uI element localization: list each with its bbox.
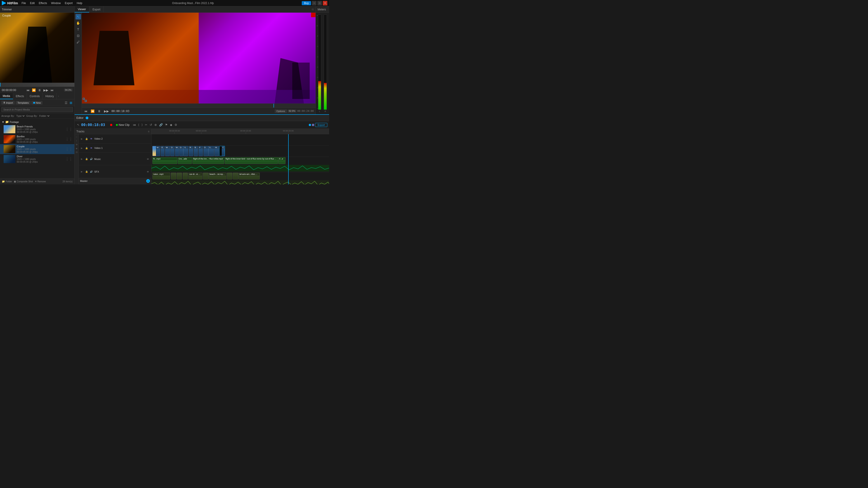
editor-link[interactable]: 🔗 — [158, 123, 163, 127]
viewer-corner-tool[interactable] — [83, 98, 87, 103]
list-item[interactable]: Beach Friends 1920 × 1080 pixels 00:00:0… — [0, 124, 74, 134]
trimmer-playbar[interactable] — [0, 83, 74, 87]
record-button[interactable] — [110, 124, 112, 126]
tab-controls[interactable]: Controls — [27, 93, 43, 99]
new-clip-button[interactable]: New Clip — [114, 123, 131, 127]
sfx-speaker-icon[interactable]: 🔊 — [89, 170, 93, 174]
clip-r2[interactable]: R...2 — [189, 146, 193, 156]
music-lock-icon[interactable]: 🔒 — [85, 157, 89, 161]
music-clip-3[interactable]: flight-of-the-inn...~flux Artlist.mp3 — [192, 157, 224, 164]
maximize-button[interactable]: □ — [317, 1, 322, 5]
music-clip-1[interactable]: fli...mp3 — [152, 157, 177, 164]
clip-d1[interactable]: D...1 — [179, 146, 184, 156]
text-tool[interactable]: T — [75, 27, 81, 32]
side-tool-2[interactable]: ↕ — [75, 139, 78, 142]
viewer-options-button[interactable]: Options — [275, 109, 287, 113]
tracks-menu-icon[interactable]: ≡ — [148, 130, 149, 133]
clip-d2[interactable]: D...2 — [170, 146, 175, 156]
video2-eye-icon[interactable]: 👁 — [89, 137, 93, 141]
couple-options[interactable]: ⋮⋮ — [65, 147, 72, 151]
timeline-ruler[interactable]: 00:00:05:00 00:00:10:00 00:00:15:00 00:0… — [151, 129, 329, 134]
trimmer-step-back[interactable]: ⏪ — [31, 88, 36, 92]
editor-snap[interactable]: ⊕ — [154, 123, 158, 127]
bonfire-options[interactable]: ⋮⋮ — [65, 137, 72, 141]
clip-woming[interactable]: Wom...ing — [152, 146, 160, 156]
sfx-clip-7[interactable]: beach-...ist.mp3.ade — [209, 173, 226, 180]
folder-footage[interactable]: ▼ 📁 Footage — [0, 120, 74, 124]
side-tool-3[interactable]: ⊕ — [75, 143, 78, 146]
sfx-mute-btn[interactable]: M — [146, 170, 150, 174]
trimmer-goto-end[interactable]: ⏭ — [50, 88, 55, 92]
editor-flag[interactable]: ⚑ — [164, 123, 168, 127]
arrange-by-select[interactable]: Type — [16, 114, 25, 118]
tab-media[interactable]: Media — [0, 93, 13, 99]
paint-tool[interactable]: 🖊 — [75, 39, 81, 45]
list-item[interactable]: Bonfire 1920 × 1080 pixels 00:00:05:00 @… — [0, 134, 74, 144]
viewer-goto-start[interactable]: ⏮ — [84, 109, 88, 113]
menu-file[interactable]: File — [20, 1, 28, 5]
clip-bs[interactable]: B...s — [194, 146, 198, 156]
viewer-play-pause[interactable]: ⏸ — [97, 109, 101, 113]
sfx-clip-9[interactable] — [233, 173, 238, 180]
sfx-lock-icon[interactable]: 🔒 — [85, 170, 89, 174]
music-clip-4[interactable]: flight-of-the-inner-bird---out-of-flux-r… — [225, 157, 278, 164]
crop-tool[interactable]: ⊡ — [75, 33, 81, 38]
list-item[interactable]: Couple 1920 × 1080 pixels 00:00:05:00 @ … — [0, 144, 74, 154]
clip-sd[interactable]: S...d — [183, 146, 188, 156]
trimmer-play[interactable]: ⏸ — [37, 88, 42, 92]
sfx-clip-5[interactable]: car-dr...st.mp3 — [188, 173, 203, 180]
composite-shot-tag[interactable]: ▣ Composite Shot — [14, 180, 33, 183]
search-input[interactable] — [1, 107, 73, 112]
sfx-clip-2[interactable] — [171, 173, 176, 180]
video1-expand[interactable]: ▶ — [80, 147, 84, 149]
clip-wo2[interactable]: Wo...2 — [165, 146, 170, 156]
trimmer-quality-badge[interactable]: 94.3% — [64, 89, 72, 92]
clip-couple[interactable]: Couple — [219, 146, 225, 156]
editor-settings[interactable]: ⚙ — [174, 123, 178, 127]
tab-effects[interactable]: Effects — [13, 93, 27, 99]
music-expand[interactable]: ▶ — [80, 158, 84, 160]
viewer-step-forward[interactable]: ▶▶ — [103, 109, 110, 113]
remove-tag[interactable]: ✕ Remove — [35, 180, 46, 183]
menu-help[interactable]: Help — [75, 1, 84, 5]
tab-viewer[interactable]: Viewer — [74, 6, 89, 12]
editor-splice[interactable]: ✂ — [144, 123, 148, 127]
music-clip-5[interactable]: F...e — [278, 157, 285, 164]
clip-w1[interactable]: W...1 — [175, 146, 179, 156]
clip-me[interactable]: M...e — [214, 146, 219, 156]
side-tool-4[interactable]: ◈ — [75, 147, 78, 150]
sfx-expand[interactable]: ▶ — [80, 170, 84, 173]
beach-friends-options[interactable]: ⋮⋮ — [65, 127, 72, 131]
tabs-more-arrow[interactable]: › — [57, 94, 60, 98]
sfx-clip-3[interactable] — [177, 173, 182, 180]
list-item[interactable]: Diver 1920 × 1080 pixels 00:00:05:00 @ 2… — [0, 154, 74, 164]
tab-export[interactable]: Export — [89, 6, 104, 12]
video1-lock-icon[interactable]: 🔒 — [85, 146, 89, 150]
editor-back-btn[interactable]: ⏮ — [132, 123, 136, 127]
clip-eye[interactable]: Eye — [161, 146, 164, 156]
clip-fie[interactable]: Fi...e — [198, 146, 203, 156]
menu-window[interactable]: Window — [49, 1, 63, 5]
music-clip-2[interactable]: Cro...ade — [178, 157, 192, 164]
diver-options[interactable]: ⋮⋮ — [65, 157, 72, 161]
editor-frame-fwd[interactable]: ⟩ — [141, 123, 143, 127]
clip-div[interactable]: Div... — [204, 146, 209, 156]
side-tool-5[interactable]: ⊟ — [75, 151, 78, 154]
view-grid-button[interactable]: ⊞ — [69, 101, 73, 105]
sfx-clip-1[interactable]: natur...mp3 — [152, 173, 170, 180]
sfx-clip-8[interactable] — [227, 173, 232, 180]
export-button[interactable]: Export — [315, 123, 327, 127]
video1-eye-icon[interactable]: 👁 — [89, 146, 93, 150]
sfx-clip-4[interactable] — [183, 173, 188, 180]
sfx-clip-10[interactable]: tel-aviv-am...rtlist.mp3 — [239, 173, 260, 180]
side-tool-1[interactable]: ↔ — [75, 135, 78, 138]
music-speaker-icon[interactable]: 🔊 — [89, 157, 93, 161]
menu-export[interactable]: Export — [63, 1, 74, 5]
editor-arrow-tool[interactable]: ↖ — [76, 123, 80, 127]
templates-button[interactable]: Templates — [16, 101, 31, 105]
clip-skati[interactable]: Skati... — [209, 146, 214, 156]
editor-marker[interactable]: ◆ — [169, 123, 173, 127]
editor-loop[interactable]: ↺ — [149, 123, 153, 127]
viewer-timebar[interactable] — [82, 103, 315, 107]
view-list-button[interactable]: ☰ — [64, 101, 68, 105]
